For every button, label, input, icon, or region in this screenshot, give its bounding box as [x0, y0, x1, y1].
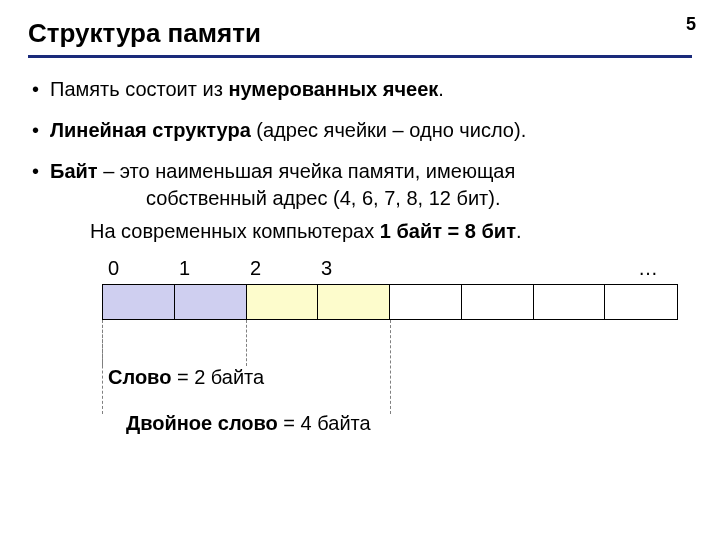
text: На современных компьютерах: [90, 220, 380, 242]
cell-5: [462, 285, 534, 319]
word-label: Слово = 2 байта: [108, 364, 264, 391]
dashed-line: [246, 320, 247, 366]
cell-2: [247, 285, 319, 319]
text: .: [438, 78, 444, 100]
cell-label-3: 3: [315, 255, 386, 282]
page-title: Структура памяти: [28, 18, 692, 49]
cell-label-1: 1: [173, 255, 244, 282]
text-bold: Байт: [50, 160, 98, 182]
text: = 4 байта: [278, 412, 371, 434]
dashed-line-long: [102, 320, 103, 414]
memory-diagram: 0 1 2 3 … Слово = 2 байта: [50, 255, 692, 444]
text: Память состоит из: [50, 78, 228, 100]
text: .: [516, 220, 522, 242]
cell-labels: 0 1 2 3 …: [102, 255, 692, 282]
text-bold: Двойное слово: [126, 412, 278, 434]
cell-4: [390, 285, 462, 319]
dword-label: Двойное слово = 4 байта: [126, 410, 371, 437]
cell-1: [175, 285, 247, 319]
cell-7: [605, 285, 677, 319]
bullet-1: Память состоит из нумерованных ячеек.: [28, 76, 692, 103]
text: (адрес ячейки – одно число).: [251, 119, 526, 141]
text: = 2 байта: [171, 366, 264, 388]
cell-label-0: 0: [102, 255, 173, 282]
page-number: 5: [686, 14, 696, 35]
bullet-3-sub: На современных компьютерах 1 байт = 8 би…: [50, 218, 692, 245]
text-bold: 1 байт = 8 бит: [380, 220, 516, 242]
bullet-2: Линейная структура (адрес ячейки – одно …: [28, 117, 692, 144]
bullet-3: Байт – это наименьшая ячейка памяти, име…: [28, 158, 692, 444]
cell-0: [103, 285, 175, 319]
cell-label-2: 2: [244, 255, 315, 282]
text-bold: Линейная структура: [50, 119, 251, 141]
cell-3: [318, 285, 390, 319]
bullet-list: Память состоит из нумерованных ячеек. Ли…: [28, 76, 692, 444]
bullet-3-line2: собственный адрес (4, 6, 7, 8, 12 бит).: [50, 185, 692, 212]
text: – это наименьшая ячейка памяти, имеющая: [98, 160, 516, 182]
text-bold: Слово: [108, 366, 171, 388]
cell-6: [534, 285, 606, 319]
brace-area: Слово = 2 байта Двойное слово = 4 байта: [102, 320, 678, 444]
cells-row: [102, 284, 678, 320]
cell-label-dots: …: [386, 255, 692, 282]
text-bold: нумерованных ячеек: [228, 78, 438, 100]
title-rule: [28, 55, 692, 58]
dashed-line-long: [390, 320, 391, 414]
